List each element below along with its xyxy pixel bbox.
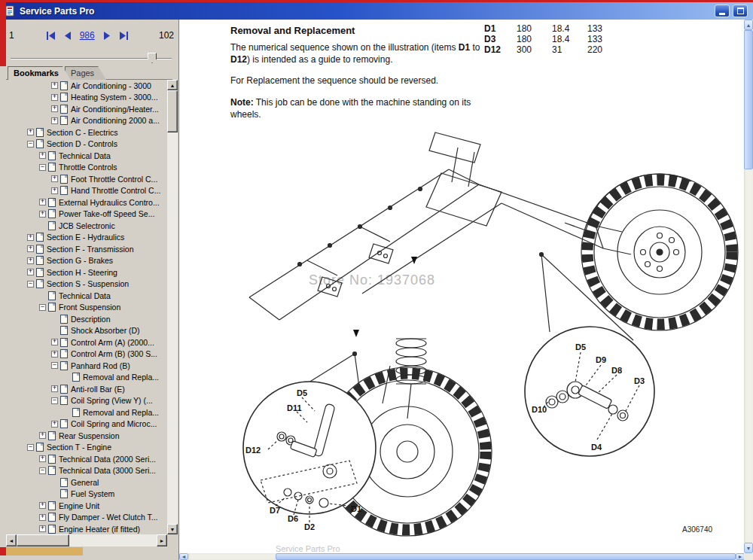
tree-item[interactable]: Removal and Repla... <box>6 372 167 384</box>
scroll-down-icon[interactable]: ▼ <box>744 543 753 553</box>
expand-icon[interactable]: + <box>39 502 46 509</box>
page-slider[interactable] <box>11 53 172 65</box>
expand-icon[interactable]: + <box>51 175 58 182</box>
tree-item-label[interactable]: Throttle Controls <box>59 163 117 172</box>
tree-item-label[interactable]: Fuel System <box>71 489 114 498</box>
expand-icon[interactable]: + <box>39 199 46 205</box>
tree-item[interactable]: −Technical Data (3000 Seri... <box>6 465 167 477</box>
tree-item[interactable]: −Section S - Suspension <box>6 278 167 291</box>
tree-item-label[interactable]: Control Arm (A) (2000... <box>71 338 154 347</box>
tree-item-label[interactable]: Fly Damper - Wet Clutch T... <box>59 513 157 522</box>
tree-item[interactable]: −Front Suspension <box>6 302 167 314</box>
tree-item-label[interactable]: Power Take-off Speed Se... <box>59 209 154 218</box>
expand-icon[interactable]: + <box>39 152 46 159</box>
tree-item[interactable]: +Section E - Hydraulics <box>6 232 167 244</box>
tree-item-label[interactable]: Heating System - 3000... <box>71 93 158 102</box>
scroll-up-icon[interactable]: ▲ <box>167 80 178 90</box>
restore-icon[interactable] <box>733 5 748 17</box>
tree-item[interactable]: +Air Conditioning 2000 a... <box>6 115 167 127</box>
tree-item-label[interactable]: Air Conditioning 2000 a... <box>71 116 160 125</box>
tree-item[interactable]: −Throttle Controls <box>6 162 167 174</box>
expand-icon[interactable]: + <box>51 117 58 124</box>
tree-item[interactable]: +Engine Heater (if fitted) <box>6 523 167 534</box>
scroll-up-icon[interactable]: ▲ <box>744 20 753 30</box>
tree-item[interactable]: Description <box>6 313 167 325</box>
tree-item[interactable]: +Anti-roll Bar (E) <box>6 383 167 395</box>
tree-item-label[interactable]: Coil Spring and Microc... <box>71 419 157 428</box>
tree-item[interactable]: +Air Conditioning - 3000 <box>6 80 167 92</box>
scroll-thumb[interactable] <box>17 534 69 546</box>
current-page-link[interactable]: 986 <box>80 30 95 41</box>
tree-item[interactable]: JCB Selectronic <box>6 220 167 232</box>
tree-item-label[interactable]: Section D - Controls <box>47 139 117 148</box>
expand-icon[interactable]: + <box>51 385 58 392</box>
next-page-icon[interactable] <box>101 31 113 41</box>
tree-item[interactable]: −Section T - Engine <box>6 442 167 454</box>
scroll-right-icon[interactable]: ► <box>157 534 167 546</box>
tree-item-label[interactable]: Anti-roll Bar (E) <box>71 385 125 394</box>
tree-item[interactable]: −Coil Spring (View Y) (... <box>6 395 167 407</box>
prev-page-icon[interactable] <box>62 31 74 41</box>
tree-item-label[interactable]: Shock Absorber (D) <box>71 326 140 335</box>
scroll-track[interactable] <box>167 90 178 524</box>
tree-item-label[interactable]: Hand Throttle Control C... <box>71 186 160 195</box>
tree-item-label[interactable]: Section F - Transmission <box>47 245 134 254</box>
expand-icon[interactable]: + <box>39 525 46 532</box>
tree-item-label[interactable]: Coil Spring (View Y) (... <box>71 396 153 405</box>
expand-icon[interactable]: + <box>51 339 58 345</box>
expand-icon[interactable]: + <box>39 432 46 439</box>
tree-item[interactable]: +Coil Spring and Microc... <box>6 418 167 431</box>
tree-item[interactable]: −Panhard Rod (B) <box>6 360 167 372</box>
tree-item[interactable]: +Foot Throttle Control C... <box>6 173 167 185</box>
collapse-icon[interactable]: − <box>39 164 46 171</box>
collapse-icon[interactable]: − <box>39 304 46 311</box>
expand-icon[interactable]: + <box>39 514 46 521</box>
tree-item[interactable]: +Fly Damper - Wet Clutch T... <box>6 512 167 524</box>
collapse-icon[interactable]: − <box>39 467 46 474</box>
expand-icon[interactable]: + <box>51 187 58 194</box>
tree-vertical-scrollbar[interactable]: ▲ ▼ <box>167 80 178 534</box>
collapse-icon[interactable]: − <box>27 141 34 148</box>
tree-item-label[interactable]: Removal and Repla... <box>83 373 159 382</box>
tree-item-label[interactable]: Section S - Suspension <box>47 279 129 288</box>
tree-item[interactable]: +Engine Unit <box>6 500 167 512</box>
tree-item-label[interactable]: Section E - Hydraulics <box>47 233 124 242</box>
tree-item-label[interactable]: Front Suspension <box>59 303 120 312</box>
tree-item[interactable]: +Control Arm (B) (300 S... <box>6 348 167 361</box>
collapse-icon[interactable]: − <box>27 444 34 451</box>
collapse-icon[interactable]: − <box>51 362 58 369</box>
expand-icon[interactable]: + <box>27 257 34 264</box>
tree-item[interactable]: Shock Absorber (D) <box>6 325 167 337</box>
tree-item[interactable]: +Section C - Electrics <box>6 126 167 138</box>
content-vertical-scrollbar[interactable]: ▲ ▼ <box>744 20 753 553</box>
tree-item-label[interactable]: Removal and Repla... <box>83 408 159 417</box>
tree-item[interactable]: +Heating System - 3000... <box>6 92 167 104</box>
last-page-icon[interactable] <box>117 31 130 41</box>
collapse-icon[interactable]: − <box>51 397 58 404</box>
tree-item[interactable]: +External Hydraulics Contro... <box>6 196 167 208</box>
tree-item-label[interactable]: Air Conditioning - 3000 <box>71 81 151 90</box>
tree-item[interactable]: Technical Data <box>6 290 167 302</box>
tree-item-label[interactable]: Section T - Engine <box>47 443 111 452</box>
tree-item-label[interactable]: Section H - Steering <box>47 268 117 277</box>
tree-item[interactable]: +Hand Throttle Control C... <box>6 185 167 197</box>
tree-item-label[interactable]: Control Arm (B) (300 S... <box>71 349 157 358</box>
tree-item-label[interactable]: Engine Unit <box>59 501 99 510</box>
tree-item-label[interactable]: Description <box>71 315 111 324</box>
tree-item-label[interactable]: Section G - Brakes <box>47 256 113 265</box>
scroll-thumb[interactable] <box>167 90 178 132</box>
tree-item-label[interactable]: Foot Throttle Control C... <box>71 175 157 184</box>
expand-icon[interactable]: + <box>51 94 58 101</box>
expand-icon[interactable]: + <box>27 129 34 135</box>
tree-item[interactable]: +Power Take-off Speed Se... <box>6 208 167 221</box>
tree-item-label[interactable]: Technical Data (2000 Seri... <box>59 455 156 464</box>
tree-item[interactable]: Removal and Repla... <box>6 406 167 418</box>
slider-thumb[interactable] <box>148 53 157 63</box>
tab-pages[interactable]: Pages <box>65 66 106 80</box>
expand-icon[interactable]: + <box>27 245 34 252</box>
expand-icon[interactable]: + <box>51 421 58 428</box>
expand-icon[interactable]: + <box>51 351 58 358</box>
first-page-icon[interactable] <box>45 31 57 41</box>
tree-item[interactable]: −Section D - Controls <box>6 138 167 151</box>
tree-item-label[interactable]: General <box>71 478 99 487</box>
